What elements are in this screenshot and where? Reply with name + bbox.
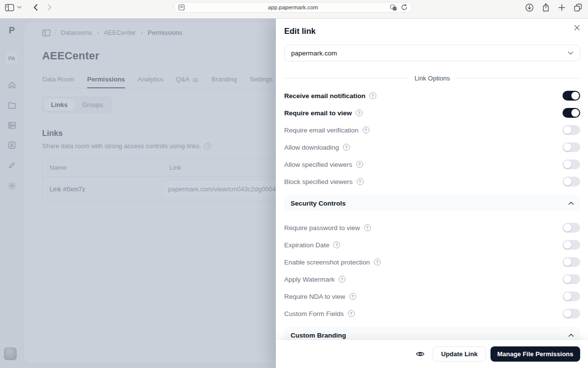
share-button[interactable] (542, 3, 550, 12)
toggle-row: Receive email notification (284, 91, 580, 101)
downloads-button[interactable] (525, 3, 534, 12)
toggle-switch[interactable] (563, 240, 580, 250)
help-icon[interactable] (357, 178, 364, 185)
section-label: Custom Branding (291, 332, 346, 339)
toggle-label: Custom Form Fields (284, 310, 344, 317)
toggle-label: Apply Watermark (284, 276, 335, 283)
help-icon[interactable] (363, 127, 369, 133)
share-icon (542, 3, 550, 12)
toggle-switch[interactable] (563, 159, 580, 169)
toggle-switch[interactable] (563, 108, 580, 118)
help-icon[interactable] (356, 161, 363, 168)
domain-value: papermark.com (291, 50, 337, 57)
eye-icon (416, 350, 425, 358)
toggle-switch[interactable] (563, 291, 580, 301)
domain-select[interactable]: papermark.com (284, 45, 580, 61)
help-icon[interactable] (369, 92, 376, 99)
security-controls-section[interactable]: Security Controls (284, 195, 580, 211)
toggle-knob (564, 275, 571, 283)
help-icon[interactable] (343, 144, 350, 151)
toggle-switch[interactable] (563, 309, 580, 318)
update-link-button[interactable]: Update Link (433, 346, 486, 362)
close-button[interactable] (574, 25, 580, 30)
toggle-row: Require email verification (284, 125, 580, 135)
browser-forward-button[interactable] (48, 4, 52, 11)
address-bar[interactable]: app.papermark.com (174, 2, 412, 13)
toggle-knob (564, 310, 571, 317)
new-tab-button[interactable] (558, 4, 565, 11)
forward-icon (48, 4, 52, 11)
toggle-knob (564, 258, 571, 266)
help-icon[interactable] (348, 310, 355, 317)
help-icon[interactable] (333, 241, 340, 248)
browser-sidebar-toggle-button[interactable] (5, 4, 14, 11)
toggle-switch[interactable] (563, 91, 580, 101)
sidebar-toggle-icon (5, 4, 14, 11)
chevron-down-icon (17, 6, 22, 9)
browser-chrome: app.papermark.com (0, 0, 588, 19)
preview-link-button[interactable] (416, 350, 425, 358)
toggle-knob (564, 292, 571, 300)
section-label: Security Controls (291, 200, 346, 207)
toggle-row: Enable screenshot protection (284, 257, 580, 267)
toggle-label: Require NDA to view (284, 293, 345, 300)
toggle-label: Receive email notification (284, 92, 366, 100)
toggle-knob (571, 92, 579, 100)
toggle-knob (571, 109, 579, 117)
toggle-row: Require password to view (284, 223, 580, 233)
toggle-label: Require email to view (284, 109, 352, 117)
browser-sidebar-menu-button[interactable] (17, 6, 22, 9)
close-icon (574, 25, 580, 30)
toggle-row: Allow downloading (284, 142, 580, 152)
link-options-divider: Link Options (284, 75, 580, 82)
toggle-row: Require NDA to view (284, 291, 580, 301)
toggle-knob (564, 160, 571, 168)
toggle-label: Allow downloading (284, 144, 339, 151)
help-icon[interactable] (374, 259, 381, 265)
security-toggles: Require password to view Expiration Date… (284, 223, 580, 318)
reload-icon[interactable] (401, 4, 408, 11)
toggle-label: Allow specified viewers (284, 161, 352, 168)
toggle-row: Apply Watermark (284, 274, 580, 284)
toggle-row: Custom Form Fields (284, 309, 580, 318)
toggle-switch[interactable] (563, 125, 580, 135)
downloads-icon (525, 3, 534, 12)
tab-overview-button[interactable] (574, 3, 582, 12)
toggle-switch[interactable] (563, 177, 580, 186)
translate-icon[interactable] (390, 4, 397, 11)
toggle-knob (564, 224, 571, 232)
edit-link-drawer: Edit link papermark.com Link Options Rec… (276, 19, 588, 368)
toggle-knob (564, 143, 571, 151)
help-icon[interactable] (356, 109, 363, 116)
browser-back-button[interactable] (33, 4, 38, 11)
toggle-row: Block specified viewers (284, 177, 580, 186)
link-option-toggles: Receive email notification Require email… (284, 91, 580, 186)
toggle-switch[interactable] (563, 274, 580, 284)
toggle-row: Allow specified viewers (284, 159, 580, 169)
toggle-label: Block specified viewers (284, 178, 353, 185)
toggle-label: Enable screenshot protection (284, 259, 370, 266)
toggle-knob (564, 241, 571, 249)
link-options-label: Link Options (415, 75, 450, 82)
drawer-footer: Update Link Manage File Permissions (276, 340, 588, 368)
help-icon[interactable] (349, 293, 356, 300)
toggle-label: Require password to view (284, 224, 360, 232)
toggle-switch[interactable] (563, 257, 580, 267)
back-icon (33, 4, 38, 11)
tab-overview-icon (574, 3, 582, 12)
chevron-down-icon (568, 52, 573, 55)
manage-file-permissions-button[interactable]: Manage File Permissions (490, 346, 580, 362)
toggle-switch[interactable] (563, 142, 580, 152)
chevron-up-icon (568, 202, 574, 205)
help-icon[interactable] (339, 276, 345, 283)
plus-icon (558, 4, 565, 11)
toggle-switch[interactable] (563, 223, 580, 233)
toggle-label: Require email verification (284, 127, 359, 134)
url-text: app.papermark.com (174, 4, 412, 10)
toggle-row: Require email to view (284, 108, 580, 118)
toggle-label: Expiration Date (284, 241, 329, 249)
help-icon[interactable] (364, 224, 371, 231)
toggle-row: Expiration Date (284, 240, 580, 250)
drawer-title: Edit link (284, 26, 580, 36)
app-viewport: P PA (0, 19, 588, 368)
